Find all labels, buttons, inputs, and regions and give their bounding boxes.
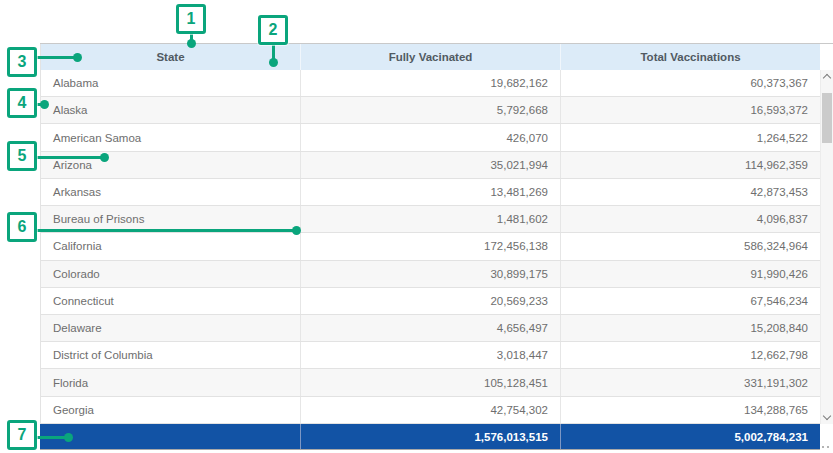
callout-number: 1	[187, 11, 196, 27]
chevron-up-icon	[823, 74, 831, 82]
callout-box-6: 6	[7, 212, 37, 242]
state-cell: American Samoa	[41, 124, 300, 150]
callout-box-4: 4	[7, 88, 37, 118]
state-cell: Arkansas	[41, 179, 300, 205]
column-header-total-vaccinations[interactable]: Total Vaccinations	[560, 44, 820, 70]
callout-dot	[73, 53, 82, 62]
value-cell: 16,593,372	[560, 97, 820, 123]
callout-dot	[40, 100, 49, 109]
callout-box-7: 7	[7, 420, 37, 450]
dashboard-table-screenshot: StateFully VacinatedTotal Vaccinations A…	[0, 0, 833, 453]
state-cell: Alaska	[41, 97, 300, 123]
value-cell: 1,481,602	[300, 206, 560, 232]
callout-number: 6	[18, 219, 27, 235]
table-row-delaware[interactable]: Delaware4,656,49715,208,840	[41, 315, 820, 342]
totals-cell: 1,576,013,515	[300, 424, 560, 449]
table-row-alabama[interactable]: Alabama19,682,16260,373,367	[41, 70, 820, 97]
callout-dot	[64, 433, 73, 442]
value-cell: 20,569,233	[300, 288, 560, 314]
value-cell: 4,096,837	[560, 206, 820, 232]
value-cell: 105,128,451	[300, 369, 560, 395]
value-cell: 5,792,668	[300, 97, 560, 123]
value-cell: 60,373,367	[560, 70, 820, 96]
value-cell: 172,456,138	[300, 233, 560, 259]
value-cell: 42,754,302	[300, 397, 560, 423]
value-cell: 30,899,175	[300, 261, 560, 287]
table-row-florida[interactable]: Florida105,128,451331,191,302	[41, 369, 820, 396]
totals-cell	[40, 424, 300, 449]
value-cell: 114,962,359	[560, 152, 820, 178]
vertical-scrollbar[interactable]	[820, 70, 833, 424]
scrollbar-thumb[interactable]	[822, 93, 832, 143]
value-cell: 15,208,840	[560, 315, 820, 341]
totals-cell: 5,002,784,231	[560, 424, 820, 449]
value-cell: 67,546,234	[560, 288, 820, 314]
state-cell: Alabama	[41, 70, 300, 96]
callout-number: 3	[18, 54, 27, 70]
value-cell: 4,656,497	[300, 315, 560, 341]
value-cell: 13,481,269	[300, 179, 560, 205]
table-row-alaska[interactable]: Alaska5,792,66816,593,372	[41, 97, 820, 124]
table-row-california[interactable]: California172,456,138586,324,964	[41, 233, 820, 260]
state-cell: District of Columbia	[41, 342, 300, 368]
table-header-row: StateFully VacinatedTotal Vaccinations	[41, 44, 820, 70]
table-totals-row: 1,576,013,5155,002,784,231	[40, 424, 820, 450]
callout-dot	[187, 39, 196, 48]
value-cell: 331,191,302	[560, 369, 820, 395]
scrollbar-down-button[interactable]	[821, 411, 833, 424]
table-row-georgia[interactable]: Georgia42,754,302134,288,765	[41, 397, 820, 424]
callout-number: 5	[18, 148, 27, 164]
value-cell: 19,682,162	[300, 70, 560, 96]
callout-dot	[292, 226, 301, 235]
callout-box-1: 1	[176, 4, 206, 34]
callout-number: 7	[18, 427, 27, 443]
column-header-fully-vacinated[interactable]: Fully Vacinated	[300, 44, 560, 70]
callout-box-3: 3	[7, 47, 37, 77]
table-row-connecticut[interactable]: Connecticut20,569,23367,546,234	[41, 288, 820, 315]
state-cell: Colorado	[41, 261, 300, 287]
table-row-arkansas[interactable]: Arkansas13,481,26942,873,453	[41, 179, 820, 206]
state-cell: California	[41, 233, 300, 259]
callout-stem	[36, 56, 77, 59]
resize-grip-icon	[822, 442, 832, 450]
table-row-colorado[interactable]: Colorado30,899,17591,990,426	[41, 261, 820, 288]
table-row-district-of-columbia[interactable]: District of Columbia3,018,44712,662,798	[41, 342, 820, 369]
value-cell: 586,324,964	[560, 233, 820, 259]
table-row-arizona[interactable]: Arizona35,021,994114,962,359	[41, 152, 820, 179]
value-cell: 91,990,426	[560, 261, 820, 287]
value-cell: 426,070	[300, 124, 560, 150]
value-cell: 1,264,522	[560, 124, 820, 150]
callout-box-2: 2	[258, 15, 288, 45]
table-body: Alabama19,682,16260,373,367Alaska5,792,6…	[41, 70, 820, 424]
callout-number: 4	[18, 95, 27, 111]
value-cell: 12,662,798	[560, 342, 820, 368]
value-cell: 3,018,447	[300, 342, 560, 368]
callout-stem	[36, 156, 104, 159]
callout-stem	[36, 229, 296, 232]
scrollbar-up-button[interactable]	[821, 70, 833, 83]
state-cell: Florida	[41, 369, 300, 395]
value-cell: 134,288,765	[560, 397, 820, 423]
state-cell: Georgia	[41, 397, 300, 423]
callout-dot	[100, 153, 109, 162]
callout-box-5: 5	[7, 141, 37, 171]
callout-dot	[269, 58, 278, 67]
table-row-american-samoa[interactable]: American Samoa426,0701,264,522	[41, 124, 820, 151]
state-cell: Delaware	[41, 315, 300, 341]
callout-number: 2	[269, 22, 278, 38]
value-cell: 42,873,453	[560, 179, 820, 205]
chevron-down-icon	[823, 412, 831, 420]
value-cell: 35,021,994	[300, 152, 560, 178]
state-cell: Connecticut	[41, 288, 300, 314]
